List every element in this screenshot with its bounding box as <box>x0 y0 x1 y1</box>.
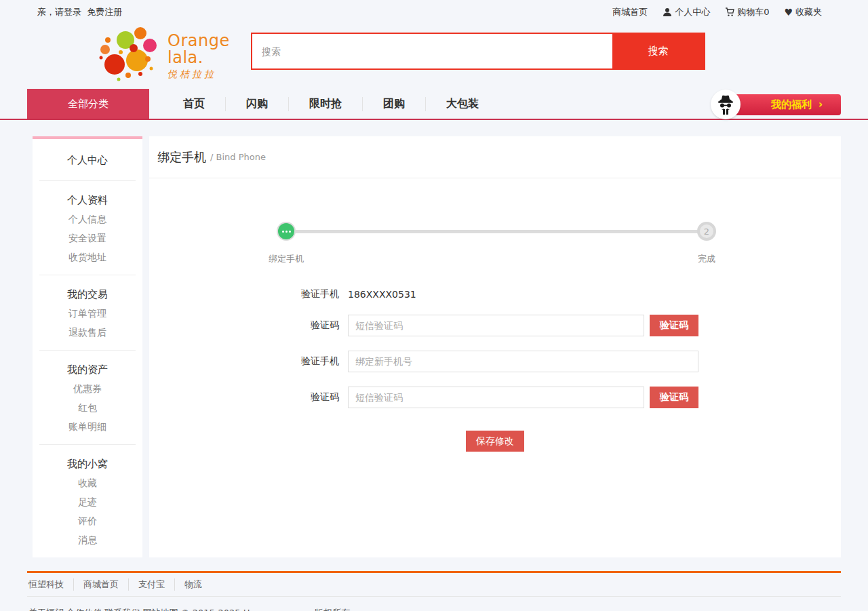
logo-dots-icon <box>98 25 158 87</box>
current-phone-label: 验证手机 <box>149 288 339 300</box>
logo-text: Orange lala. 悦桔拉拉 <box>167 33 230 81</box>
nav-item-bulk-pack[interactable]: 大包装 <box>425 97 499 111</box>
logo-subtitle: 悦桔拉拉 <box>167 68 230 81</box>
stepper-connector <box>286 230 707 233</box>
logo[interactable]: Orange lala. 悦桔拉拉 <box>98 25 230 87</box>
footer-link-alipay[interactable]: 支付宝 <box>128 578 174 591</box>
sidebar-group-title-nest[interactable]: 我的小窝 <box>33 454 142 473</box>
user-icon <box>663 7 672 17</box>
page-title-bar: 绑定手机 / Bind Phone <box>149 136 841 178</box>
footer-link-logistics[interactable]: 物流 <box>174 578 212 591</box>
cart-link[interactable]: 购物车0 <box>725 6 769 18</box>
nav-item-limited-time[interactable]: 限时抢 <box>288 97 362 111</box>
nav-item-group-buy[interactable]: 团购 <box>362 97 425 111</box>
logo-line1: Orange <box>167 33 230 50</box>
heart-icon: ♥ <box>784 7 793 17</box>
topbar-links: 商城首页 个人中心 购物车0 ♥ 收藏夹 <box>612 6 822 18</box>
new-phone-label: 验证手机 <box>149 355 339 368</box>
sms-code-row: 验证码 验证码 <box>149 315 841 336</box>
new-phone-input[interactable] <box>348 351 698 372</box>
sms-code-input[interactable] <box>348 315 644 336</box>
sidebar-group-assets: 我的资产 优惠券 红包 账单明细 <box>33 351 142 444</box>
sms-code-row-2: 验证码 验证码 <box>149 387 841 408</box>
search-box: 搜索 <box>251 33 705 70</box>
current-phone-row: 验证手机 186XXXX0531 <box>149 288 841 300</box>
sidebar: 个人中心 个人资料 个人信息 安全设置 收货地址 我的交易 订单管理 退款售后 … <box>33 136 142 557</box>
copyright-text: 关于恒望 合作伙伴 联系我们 网站地图 © 2015-2025 Hengwang… <box>27 597 841 611</box>
nav-item-home[interactable]: 首页 <box>163 97 225 111</box>
main-panel: 绑定手机 / Bind Phone 2 绑定手机 完成 验证手机 186XXXX… <box>149 136 841 557</box>
register-link[interactable]: 免费注册 <box>87 7 122 17</box>
account-link[interactable]: 个人中心 <box>663 6 710 18</box>
avatar[interactable] <box>711 90 741 119</box>
main-nav: 全部分类 首页 闪购 限时抢 团购 大包装 我的福利 › <box>0 89 868 120</box>
get-code-button[interactable]: 验证码 <box>650 315 698 336</box>
step-2-indicator: 2 <box>697 222 716 241</box>
my-benefits-button[interactable]: 我的福利 › <box>726 94 841 115</box>
sms-code-label: 验证码 <box>149 319 339 332</box>
sidebar-item-shipping-address[interactable]: 收货地址 <box>33 248 142 267</box>
cart-label: 购物车0 <box>737 6 769 18</box>
account-label: 个人中心 <box>675 6 710 18</box>
chevron-right-icon: › <box>818 98 823 111</box>
sidebar-group-profile: 个人资料 个人信息 安全设置 收货地址 <box>33 181 142 275</box>
sidebar-item-bill-details[interactable]: 账单明细 <box>33 417 142 436</box>
benefits-wrap: 我的福利 › <box>726 89 841 120</box>
sidebar-item-order-management[interactable]: 订单管理 <box>33 304 142 323</box>
save-changes-button[interactable]: 保存修改 <box>466 431 524 452</box>
step-2-label: 完成 <box>698 253 715 265</box>
logo-line2: lala. <box>167 50 230 66</box>
page-subtitle: / Bind Phone <box>210 152 266 162</box>
topbar-login-area: 亲，请登录 免费注册 <box>37 6 125 18</box>
spy-avatar-icon <box>714 93 737 116</box>
sidebar-item-personal-center[interactable]: 个人中心 <box>33 139 142 180</box>
sidebar-item-personal-info[interactable]: 个人信息 <box>33 210 142 229</box>
search-input[interactable] <box>252 34 612 68</box>
my-benefits-label: 我的福利 <box>771 98 812 111</box>
get-code-button-2[interactable]: 验证码 <box>650 387 698 408</box>
sms-code-input-2[interactable] <box>348 387 644 408</box>
all-categories-button[interactable]: 全部分类 <box>27 89 149 119</box>
cart-icon <box>725 7 734 17</box>
current-phone-value: 186XXXX0531 <box>348 289 416 300</box>
step-1-active-dot-icon <box>278 223 294 239</box>
sms-code-label-2: 验证码 <box>149 391 339 403</box>
sidebar-item-footprints[interactable]: 足迹 <box>33 492 142 511</box>
favorites-link[interactable]: ♥ 收藏夹 <box>784 6 822 18</box>
progress-stepper: 2 绑定手机 完成 <box>149 222 841 271</box>
sidebar-item-red-packets[interactable]: 红包 <box>33 398 142 417</box>
nav-menu: 首页 闪购 限时抢 团购 大包装 <box>163 89 499 119</box>
sidebar-item-refund-aftersale[interactable]: 退款售后 <box>33 323 142 342</box>
sidebar-group-title-trades[interactable]: 我的交易 <box>33 285 142 304</box>
sidebar-item-security-settings[interactable]: 安全设置 <box>33 229 142 248</box>
nav-item-flash-sale[interactable]: 闪购 <box>225 97 288 111</box>
step-1-indicator <box>277 222 296 241</box>
topbar: 亲，请登录 免费注册 商城首页 个人中心 购物车0 ♥ 收藏夹 <box>0 0 868 24</box>
sidebar-item-coupons[interactable]: 优惠券 <box>33 379 142 398</box>
content: 个人中心 个人资料 个人信息 安全设置 收货地址 我的交易 订单管理 退款售后 … <box>0 136 868 557</box>
footer: 恒望科技 商城首页 支付宝 物流 关于恒望 合作伙伴 联系我们 网站地图 © 2… <box>27 571 841 611</box>
sidebar-item-messages[interactable]: 消息 <box>33 530 142 549</box>
favorites-label: 收藏夹 <box>795 6 822 18</box>
footer-link-hengwang-tech[interactable]: 恒望科技 <box>28 578 73 591</box>
sidebar-group-trades: 我的交易 订单管理 退款售后 <box>33 275 142 350</box>
save-row: 保存修改 <box>149 431 841 452</box>
step-1-label: 绑定手机 <box>269 253 304 265</box>
sidebar-item-reviews[interactable]: 评价 <box>33 511 142 530</box>
header: Orange lala. 悦桔拉拉 搜索 <box>0 24 868 89</box>
mall-home-link[interactable]: 商城首页 <box>612 6 648 18</box>
bind-phone-form: 验证手机 186XXXX0531 验证码 验证码 验证手机 验证码 验证码 保存… <box>149 288 841 452</box>
footer-link-mall-home[interactable]: 商城首页 <box>73 578 128 591</box>
sidebar-group-title-profile[interactable]: 个人资料 <box>33 191 142 210</box>
sidebar-group-title-assets[interactable]: 我的资产 <box>33 360 142 379</box>
new-phone-row: 验证手机 <box>149 351 841 372</box>
sidebar-group-nest: 我的小窝 收藏 足迹 评价 消息 <box>33 445 142 557</box>
login-link[interactable]: 亲，请登录 <box>37 7 81 17</box>
search-button[interactable]: 搜索 <box>612 34 704 68</box>
footer-links: 恒望科技 商城首页 支付宝 物流 <box>27 573 841 596</box>
page-title: 绑定手机 <box>157 149 206 165</box>
sidebar-item-favorites[interactable]: 收藏 <box>33 473 142 492</box>
